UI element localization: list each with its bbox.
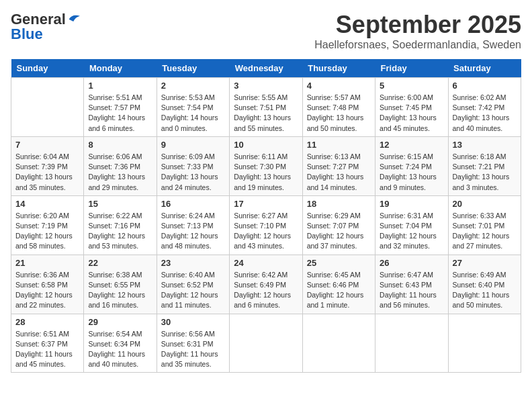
day-number: 4 <box>307 81 371 91</box>
day-cell: 15Sunrise: 6:22 AM Sunset: 7:16 PM Dayli… <box>84 195 157 255</box>
day-info: Sunrise: 6:42 AM Sunset: 6:49 PM Dayligh… <box>234 270 298 311</box>
day-number: 7 <box>15 140 79 150</box>
day-number: 3 <box>234 81 298 91</box>
day-number: 20 <box>453 199 517 209</box>
day-number: 8 <box>88 140 152 150</box>
day-info: Sunrise: 6:24 AM Sunset: 7:13 PM Dayligh… <box>161 211 225 252</box>
day-cell: 28Sunrise: 6:51 AM Sunset: 6:37 PM Dayli… <box>11 314 84 373</box>
day-info: Sunrise: 6:38 AM Sunset: 6:55 PM Dayligh… <box>88 270 152 311</box>
day-number: 27 <box>453 258 517 268</box>
day-number: 25 <box>307 258 371 268</box>
day-number: 28 <box>15 317 79 327</box>
day-info: Sunrise: 5:51 AM Sunset: 7:57 PM Dayligh… <box>88 93 152 134</box>
day-info: Sunrise: 6:31 AM Sunset: 7:04 PM Dayligh… <box>380 211 443 252</box>
day-cell: 13Sunrise: 6:18 AM Sunset: 7:21 PM Dayli… <box>448 136 521 195</box>
day-cell: 18Sunrise: 6:29 AM Sunset: 7:07 PM Dayli… <box>302 195 375 255</box>
day-info: Sunrise: 6:11 AM Sunset: 7:30 PM Dayligh… <box>234 152 298 193</box>
day-number: 22 <box>88 258 152 268</box>
col-sunday: Sunday <box>11 59 84 78</box>
day-info: Sunrise: 6:29 AM Sunset: 7:07 PM Dayligh… <box>307 211 371 252</box>
col-monday: Monday <box>84 59 157 78</box>
day-info: Sunrise: 6:54 AM Sunset: 6:34 PM Dayligh… <box>88 329 152 370</box>
day-cell: 4Sunrise: 5:57 AM Sunset: 7:48 PM Daylig… <box>302 78 375 137</box>
day-info: Sunrise: 6:20 AM Sunset: 7:19 PM Dayligh… <box>15 211 79 252</box>
day-cell <box>230 314 302 373</box>
day-cell: 9Sunrise: 6:09 AM Sunset: 7:33 PM Daylig… <box>157 136 229 195</box>
day-info: Sunrise: 6:13 AM Sunset: 7:27 PM Dayligh… <box>307 152 371 193</box>
day-cell: 3Sunrise: 5:55 AM Sunset: 7:51 PM Daylig… <box>230 78 302 137</box>
day-cell: 25Sunrise: 6:45 AM Sunset: 6:46 PM Dayli… <box>302 255 375 314</box>
day-number: 30 <box>161 317 225 327</box>
day-info: Sunrise: 6:18 AM Sunset: 7:21 PM Dayligh… <box>453 152 517 193</box>
day-number: 5 <box>380 81 443 91</box>
day-cell <box>11 78 84 137</box>
header: General Blue September 2025 Haelleforsna… <box>11 11 521 51</box>
day-info: Sunrise: 6:00 AM Sunset: 7:45 PM Dayligh… <box>380 93 443 134</box>
day-cell: 8Sunrise: 6:06 AM Sunset: 7:36 PM Daylig… <box>84 136 157 195</box>
day-number: 16 <box>161 199 225 209</box>
day-number: 13 <box>453 140 517 150</box>
day-number: 12 <box>380 140 443 150</box>
day-number: 29 <box>88 317 152 327</box>
day-cell: 22Sunrise: 6:38 AM Sunset: 6:55 PM Dayli… <box>84 255 157 314</box>
day-cell: 21Sunrise: 6:36 AM Sunset: 6:58 PM Dayli… <box>11 255 84 314</box>
day-info: Sunrise: 6:33 AM Sunset: 7:01 PM Dayligh… <box>453 211 517 252</box>
day-cell <box>302 314 375 373</box>
day-number: 23 <box>161 258 225 268</box>
day-cell: 24Sunrise: 6:42 AM Sunset: 6:49 PM Dayli… <box>230 255 302 314</box>
logo-blue: Blue <box>11 26 43 43</box>
day-cell: 11Sunrise: 6:13 AM Sunset: 7:27 PM Dayli… <box>302 136 375 195</box>
day-number: 17 <box>234 199 298 209</box>
day-number: 6 <box>453 81 517 91</box>
day-number: 10 <box>234 140 298 150</box>
day-cell: 1Sunrise: 5:51 AM Sunset: 7:57 PM Daylig… <box>84 78 157 137</box>
day-number: 11 <box>307 140 371 150</box>
day-info: Sunrise: 5:55 AM Sunset: 7:51 PM Dayligh… <box>234 93 298 134</box>
day-number: 9 <box>161 140 225 150</box>
day-number: 2 <box>161 81 225 91</box>
week-row-2: 7Sunrise: 6:04 AM Sunset: 7:39 PM Daylig… <box>11 136 521 195</box>
day-cell: 14Sunrise: 6:20 AM Sunset: 7:19 PM Dayli… <box>11 195 84 255</box>
day-number: 18 <box>307 199 371 209</box>
day-info: Sunrise: 6:22 AM Sunset: 7:16 PM Dayligh… <box>88 211 152 252</box>
day-info: Sunrise: 6:56 AM Sunset: 6:31 PM Dayligh… <box>161 329 225 370</box>
day-info: Sunrise: 6:51 AM Sunset: 6:37 PM Dayligh… <box>15 329 79 370</box>
col-saturday: Saturday <box>448 59 521 78</box>
day-info: Sunrise: 6:06 AM Sunset: 7:36 PM Dayligh… <box>88 152 152 193</box>
location-title: Haelleforsnaes, Soedermanlandia, Sweden <box>314 39 521 51</box>
day-number: 14 <box>15 199 79 209</box>
day-number: 21 <box>15 258 79 268</box>
day-number: 15 <box>88 199 152 209</box>
day-cell <box>375 314 448 373</box>
day-cell: 16Sunrise: 6:24 AM Sunset: 7:13 PM Dayli… <box>157 195 229 255</box>
day-number: 19 <box>380 199 443 209</box>
day-cell: 5Sunrise: 6:00 AM Sunset: 7:45 PM Daylig… <box>375 78 448 137</box>
day-number: 26 <box>380 258 443 268</box>
day-cell: 29Sunrise: 6:54 AM Sunset: 6:34 PM Dayli… <box>84 314 157 373</box>
day-info: Sunrise: 6:45 AM Sunset: 6:46 PM Dayligh… <box>307 270 371 311</box>
day-cell: 10Sunrise: 6:11 AM Sunset: 7:30 PM Dayli… <box>230 136 302 195</box>
calendar-table: SundayMondayTuesdayWednesdayThursdayFrid… <box>11 59 521 373</box>
day-info: Sunrise: 6:02 AM Sunset: 7:42 PM Dayligh… <box>453 93 517 134</box>
day-cell: 19Sunrise: 6:31 AM Sunset: 7:04 PM Dayli… <box>375 195 448 255</box>
day-cell: 26Sunrise: 6:47 AM Sunset: 6:43 PM Dayli… <box>375 255 448 314</box>
day-info: Sunrise: 6:40 AM Sunset: 6:52 PM Dayligh… <box>161 270 225 311</box>
day-info: Sunrise: 5:53 AM Sunset: 7:54 PM Dayligh… <box>161 93 225 134</box>
col-thursday: Thursday <box>302 59 375 78</box>
day-info: Sunrise: 6:49 AM Sunset: 6:40 PM Dayligh… <box>453 270 517 311</box>
week-row-4: 21Sunrise: 6:36 AM Sunset: 6:58 PM Dayli… <box>11 255 521 314</box>
day-info: Sunrise: 6:04 AM Sunset: 7:39 PM Dayligh… <box>15 152 79 193</box>
week-row-5: 28Sunrise: 6:51 AM Sunset: 6:37 PM Dayli… <box>11 314 521 373</box>
day-cell: 30Sunrise: 6:56 AM Sunset: 6:31 PM Dayli… <box>157 314 229 373</box>
day-cell: 27Sunrise: 6:49 AM Sunset: 6:40 PM Dayli… <box>448 255 521 314</box>
day-info: Sunrise: 6:27 AM Sunset: 7:10 PM Dayligh… <box>234 211 298 252</box>
logo: General Blue <box>11 11 80 43</box>
day-info: Sunrise: 6:36 AM Sunset: 6:58 PM Dayligh… <box>15 270 79 311</box>
day-cell: 2Sunrise: 5:53 AM Sunset: 7:54 PM Daylig… <box>157 78 229 137</box>
col-tuesday: Tuesday <box>157 59 229 78</box>
day-cell: 17Sunrise: 6:27 AM Sunset: 7:10 PM Dayli… <box>230 195 302 255</box>
day-info: Sunrise: 6:47 AM Sunset: 6:43 PM Dayligh… <box>380 270 443 311</box>
calendar-header-row: SundayMondayTuesdayWednesdayThursdayFrid… <box>11 59 521 78</box>
week-row-3: 14Sunrise: 6:20 AM Sunset: 7:19 PM Dayli… <box>11 195 521 255</box>
day-info: Sunrise: 6:09 AM Sunset: 7:33 PM Dayligh… <box>161 152 225 193</box>
